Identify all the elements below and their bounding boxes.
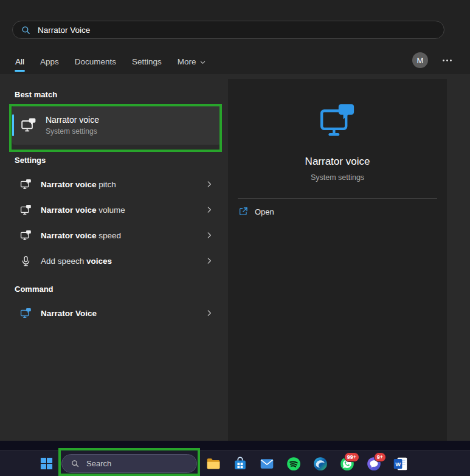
desktop-background xyxy=(0,441,470,450)
taskbar-search[interactable]: Search xyxy=(61,454,197,473)
settings-item-add-speech-voices[interactable]: Add speech voices xyxy=(12,248,221,274)
best-match-text: Narrator voice System settings xyxy=(46,115,99,136)
word-icon: W xyxy=(393,456,409,472)
tab-settings[interactable]: Settings xyxy=(132,57,162,66)
section-title-command: Command xyxy=(15,285,218,294)
mail-icon xyxy=(259,456,275,472)
folder-icon xyxy=(206,456,221,472)
svg-text:W: W xyxy=(395,461,401,467)
taskbar-app-word[interactable]: W xyxy=(390,453,411,474)
search-icon xyxy=(21,25,31,35)
open-label: Open xyxy=(255,207,274,216)
tab-label: Documents xyxy=(75,57,116,66)
preview-divider xyxy=(238,198,437,199)
result-label: Narrator voice pitch xyxy=(41,180,116,189)
preview-title: Narrator voice xyxy=(305,156,370,168)
taskbar-app-edge[interactable] xyxy=(309,453,331,474)
settings-results: Narrator voice pitchNarrator voice volum… xyxy=(12,171,221,274)
taskbar-search-icon xyxy=(71,459,80,468)
open-action[interactable]: Open xyxy=(238,207,274,216)
narrator-icon-large xyxy=(319,102,356,140)
selection-accent-bar xyxy=(12,114,14,136)
settings-item-narrator-voice-speed[interactable]: Narrator voice speed xyxy=(12,222,221,248)
taskbar-app-spotify[interactable] xyxy=(283,453,304,474)
start-button[interactable] xyxy=(35,453,57,474)
filter-tabs: AllAppsDocumentsSettingsMore xyxy=(15,53,206,69)
tab-apps[interactable]: Apps xyxy=(40,57,59,66)
notification-badge: 99+ xyxy=(344,452,359,462)
tab-documents[interactable]: Documents xyxy=(75,57,116,66)
tab-more[interactable]: More xyxy=(178,57,206,66)
result-label: Add speech voices xyxy=(41,257,112,266)
section-title-settings: Settings xyxy=(15,156,218,165)
narrator-icon xyxy=(20,204,32,216)
settings-item-narrator-voice-volume[interactable]: Narrator voice volume xyxy=(12,197,221,222)
search-query: Narrator Voice xyxy=(38,26,90,35)
taskbar-apps: 99+9+W xyxy=(202,453,411,474)
taskbar-search-label: Search xyxy=(86,459,111,468)
taskbar-app-whatsapp[interactable]: 99+ xyxy=(336,453,358,474)
result-label: Narrator Voice xyxy=(41,309,97,318)
best-match-subtitle: System settings xyxy=(46,127,99,136)
search-bar[interactable]: Narrator Voice xyxy=(12,21,444,39)
taskbar-app-mail[interactable] xyxy=(256,453,277,474)
chevron-right-icon xyxy=(205,257,213,265)
narrator-icon xyxy=(20,230,32,241)
tab-label: All xyxy=(15,57,24,66)
command-item-narrator-voice[interactable]: Narrator Voice xyxy=(12,300,221,326)
section-title-best-match: Best match xyxy=(15,90,218,100)
tab-all[interactable]: All xyxy=(15,57,24,66)
chevron-down-icon xyxy=(199,59,206,66)
taskbar: Search 99+9+W xyxy=(0,450,470,476)
taskbar-app-folder[interactable] xyxy=(202,453,224,474)
tab-label: Apps xyxy=(40,57,59,66)
microphone-icon xyxy=(20,255,32,267)
windows-logo-icon xyxy=(39,456,54,471)
chevron-right-icon xyxy=(205,231,213,240)
header-actions: M xyxy=(412,52,453,68)
search-flyout: Narrator Voice AllAppsDocumentsSettingsM… xyxy=(0,0,470,441)
preview-subtitle: System settings xyxy=(311,173,364,182)
account-avatar[interactable]: M xyxy=(412,52,428,68)
taskbar-app-store[interactable] xyxy=(229,453,251,474)
store-icon xyxy=(232,456,248,472)
chevron-right-icon xyxy=(205,205,213,214)
notification-badge: 9+ xyxy=(374,452,386,462)
results-area: Best match Narrator voice System setting… xyxy=(0,74,470,441)
best-match-item[interactable]: Narrator voice System settings xyxy=(12,106,221,145)
tab-label: More xyxy=(178,57,196,66)
result-label: Narrator voice volume xyxy=(41,205,125,215)
narrator-icon xyxy=(21,117,36,133)
tab-label: Settings xyxy=(132,57,162,66)
settings-item-narrator-voice-pitch[interactable]: Narrator voice pitch xyxy=(12,171,221,197)
result-label: Narrator voice speed xyxy=(41,231,121,240)
narrator-icon xyxy=(20,179,32,190)
command-results: Narrator Voice xyxy=(12,300,221,326)
taskbar-app-chat[interactable]: 9+ xyxy=(363,453,384,474)
preview-panel: Narrator voice System settings Open xyxy=(228,79,447,441)
narrator-app-icon xyxy=(20,308,32,319)
best-match-title: Narrator voice xyxy=(46,115,99,125)
spotify-icon xyxy=(286,456,302,472)
results-list: Best match Narrator voice System setting… xyxy=(12,79,221,326)
chevron-right-icon xyxy=(205,180,213,188)
more-options-icon[interactable] xyxy=(441,55,453,66)
open-icon xyxy=(238,207,248,216)
edge-icon xyxy=(313,456,328,472)
chevron-right-icon xyxy=(205,309,213,317)
